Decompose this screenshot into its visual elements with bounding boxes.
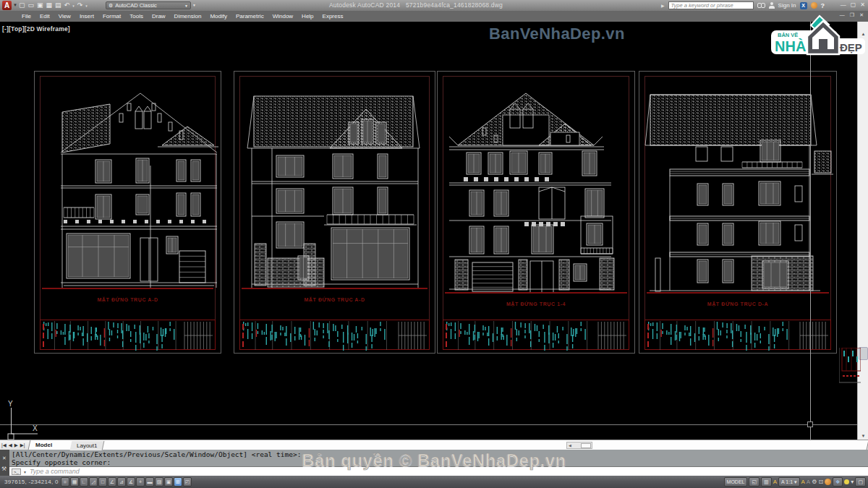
- clean-screen-icon[interactable]: ▢: [855, 477, 866, 487]
- drafting-toggles: ⌗▦∟◿□∠⊿∡+▬▨▣⊞◰: [61, 477, 192, 487]
- menu-edit[interactable]: Edit: [35, 11, 54, 22]
- toggle-annotation-monitor-button[interactable]: ◰: [183, 477, 192, 487]
- infocenter-collapse-icon[interactable]: ▶: [661, 3, 665, 8]
- toggle-grid-display-button[interactable]: ∟: [80, 477, 88, 487]
- quick-view-drawings-icon[interactable]: ▥: [761, 477, 772, 487]
- coordinates-readout: 397615, -234214, 0: [4, 479, 59, 485]
- toggle-lineweight-button[interactable]: ▨: [155, 477, 163, 487]
- drawing-canvas[interactable]: [-][Top][2D Wireframe] BanVeNhaDep.vn MẶ…: [0, 22, 868, 440]
- tab-first-icon[interactable]: |◀: [1, 441, 7, 450]
- window-controls: — ▢ ✕: [841, 1, 865, 8]
- hardware-accel-icon[interactable]: [844, 479, 849, 484]
- tab-model[interactable]: Model: [28, 440, 868, 450]
- infocenter-search-input[interactable]: Type a keyword or phrase: [668, 1, 754, 9]
- menu-help[interactable]: Help: [297, 11, 318, 22]
- toggle-infer-constraints-button[interactable]: ⌗: [61, 477, 69, 487]
- toggle-selection-cycling-button[interactable]: ⊞: [174, 477, 182, 487]
- menu-window[interactable]: Window: [268, 11, 297, 22]
- sign-in-button[interactable]: Sign In: [778, 2, 796, 9]
- svg-text:Y: Y: [8, 400, 13, 408]
- drawing-sheet-2: MẶT ĐỨNG TRỤC A-D: [234, 71, 435, 354]
- toggle-polar-tracking-button[interactable]: □: [98, 477, 107, 487]
- layout-tab-bar: |◀ ◀ ▶ ▶| Model Layout1 ◀: [0, 440, 868, 450]
- toggle-dynamic-ucs-button[interactable]: +: [136, 477, 145, 487]
- drawing-sheet-1: MẶT ĐỨNG TRỤC A-D: [34, 71, 221, 354]
- tabbar-scrollbar[interactable]: ◀: [566, 442, 592, 449]
- canvas-watermark: BanVeNhaDep.vn: [489, 25, 625, 43]
- dimension-strip: [40, 320, 216, 350]
- tab-navigation: |◀ ◀ ▶ ▶|: [1, 441, 25, 450]
- crosshair-horizontal: [0, 424, 857, 425]
- performance-icon[interactable]: [825, 479, 831, 485]
- menu-bar: FileEditViewInsertFormatToolsDrawDimensi…: [0, 11, 868, 22]
- copyright-watermark: Bản quyền © BanVeNhaDep.vn: [0, 450, 868, 471]
- tab-last-icon[interactable]: ▶|: [20, 441, 25, 450]
- ground-line: [242, 288, 427, 289]
- menu-view[interactable]: View: [54, 11, 75, 22]
- toggle-ortho-mode-button[interactable]: ◿: [89, 477, 98, 487]
- toggle-object-snap-tracking-button[interactable]: ∡: [127, 477, 135, 487]
- minimize-button[interactable]: —: [841, 1, 846, 8]
- drawing-sheet-4: MẶT ĐỨNG TRỤC D-A: [639, 71, 837, 354]
- svg-text:ĐẸP: ĐẸP: [840, 41, 862, 53]
- dimension-strip: [239, 320, 430, 350]
- annotation-scale-icon[interactable]: A: [773, 479, 777, 485]
- menu-format[interactable]: Format: [98, 11, 125, 22]
- isolate-objects-icon[interactable]: ❖: [833, 477, 843, 487]
- search-icon[interactable]: [757, 3, 765, 9]
- workspace-switch-icon[interactable]: ⚙: [812, 479, 817, 485]
- drawing-sheet-3: MẶT ĐỨNG TRỤC 1-4: [437, 71, 635, 354]
- menu-parametric[interactable]: Parametric: [231, 11, 268, 22]
- status-menu-icon[interactable]: ▾: [851, 479, 854, 485]
- sheet-title: MẶT ĐỨNG TRỤC A-D: [234, 297, 435, 302]
- tab-next-icon[interactable]: ▶: [14, 441, 18, 450]
- tab-layout1[interactable]: Layout1: [70, 441, 105, 450]
- toggle-snap-mode-button[interactable]: ▦: [70, 477, 79, 487]
- title-bar: A ▼ ▢ ▭ ▣ ▦ ▤ ↶▾ ↷▾ ⚙AutoCAD Classic▼ ▼ …: [0, 0, 868, 11]
- autoscale-icon[interactable]: A: [807, 479, 810, 485]
- sheet-title: MẶT ĐỨNG TRỤC 1-4: [438, 301, 634, 307]
- dimension-strip: [644, 320, 831, 350]
- toggle-transparency-button[interactable]: ▣: [164, 477, 173, 487]
- ground-line: [445, 292, 627, 294]
- close-button[interactable]: ✕: [860, 1, 865, 8]
- command-line-area: ✕ ⚒ [All/Center/Dynamic/Extents/Previous…: [0, 450, 868, 476]
- crosshair-pickbox: [807, 421, 813, 427]
- menu-insert[interactable]: Insert: [75, 11, 98, 22]
- svg-text:X: X: [33, 424, 38, 432]
- sheet-title: MẶT ĐỨNG TRỤC D-A: [639, 301, 836, 307]
- toolbar-lock-icon[interactable]: ⊡: [818, 479, 823, 485]
- model-space-button[interactable]: MODEL: [724, 477, 748, 487]
- tab-prev-icon[interactable]: ◀: [9, 441, 12, 450]
- annotation-visibility-icon[interactable]: A: [801, 479, 805, 485]
- exchange-apps-icon[interactable]: X: [800, 2, 807, 9]
- status-bar: 397615, -234214, 0 ⌗▦∟◿□∠⊿∡+▬▨▣⊞◰ MODEL …: [0, 476, 868, 488]
- menu-dimension[interactable]: Dimension: [170, 11, 206, 22]
- svg-text:NHÀ: NHÀ: [775, 38, 806, 54]
- toggle-dynamic-input-button[interactable]: ▬: [145, 477, 154, 487]
- menu-file[interactable]: File: [17, 11, 35, 22]
- menu-tools[interactable]: Tools: [125, 11, 148, 22]
- annotation-scale-value[interactable]: A 1:1 ▾: [778, 477, 799, 487]
- sheet-title: MẶT ĐỨNG TRỤC A-D: [35, 297, 221, 302]
- help-icon[interactable]: ?: [821, 2, 825, 9]
- quick-view-layouts-icon[interactable]: ◱: [749, 477, 760, 487]
- crosshair-vertical: [810, 22, 811, 440]
- ground-line: [42, 288, 213, 289]
- maximize-button[interactable]: ▢: [851, 1, 856, 8]
- toggle-object-snap-button[interactable]: ∠: [108, 477, 116, 487]
- toggle-3d-object-snap-button[interactable]: ⊿: [117, 477, 126, 487]
- viewport-label[interactable]: [-][Top][2D Wireframe]: [2, 25, 70, 33]
- communication-center-icon[interactable]: [811, 2, 817, 9]
- dimension-strip: [443, 320, 629, 350]
- banvenhadep-logo: BẢN VẼ NHÀ ĐẸP: [771, 14, 867, 56]
- svg-text:BẢN VẼ: BẢN VẼ: [778, 32, 798, 38]
- menu-draw[interactable]: Draw: [148, 11, 170, 22]
- partial-sheet-fragment: [839, 348, 858, 385]
- ground-line: [647, 292, 829, 294]
- infocenter: ▶ Type a keyword or phrase Sign In X ?: [661, 1, 825, 10]
- menu-express[interactable]: Express: [318, 11, 348, 22]
- status-right-cluster: MODEL ◱ ▥ A A 1:1 ▾ A A ⚙ ⊡ ❖ ▾ ▢: [724, 477, 866, 487]
- scroll-down-icon[interactable]: ▼: [858, 434, 868, 438]
- menu-modify[interactable]: Modify: [205, 11, 231, 22]
